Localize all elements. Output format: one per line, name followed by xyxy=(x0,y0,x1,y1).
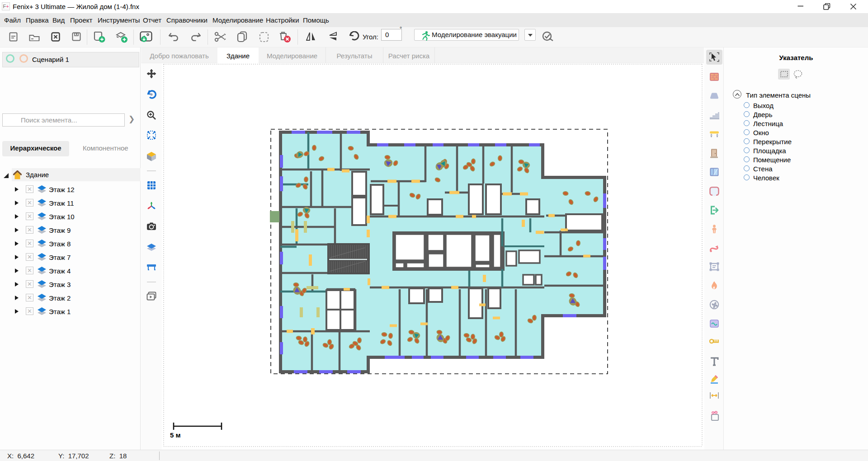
svg-text:5 м: 5 м xyxy=(170,431,181,439)
